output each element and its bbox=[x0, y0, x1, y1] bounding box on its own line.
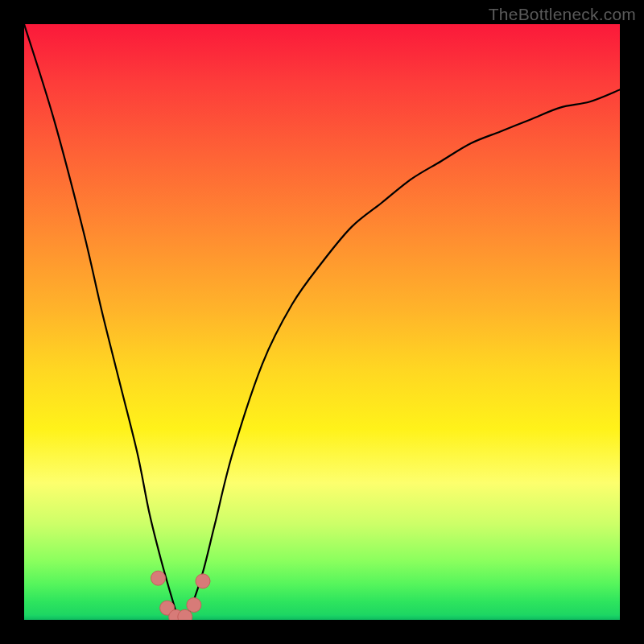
watermark-text: TheBottleneck.com bbox=[489, 5, 636, 24]
marker-group bbox=[151, 571, 211, 620]
marker-dot bbox=[196, 574, 210, 588]
chart-frame: TheBottleneck.com bbox=[0, 0, 644, 644]
marker-dot bbox=[151, 571, 166, 585]
markers-svg bbox=[24, 24, 620, 620]
marker-dot bbox=[187, 598, 201, 613]
plot-area bbox=[24, 24, 620, 620]
